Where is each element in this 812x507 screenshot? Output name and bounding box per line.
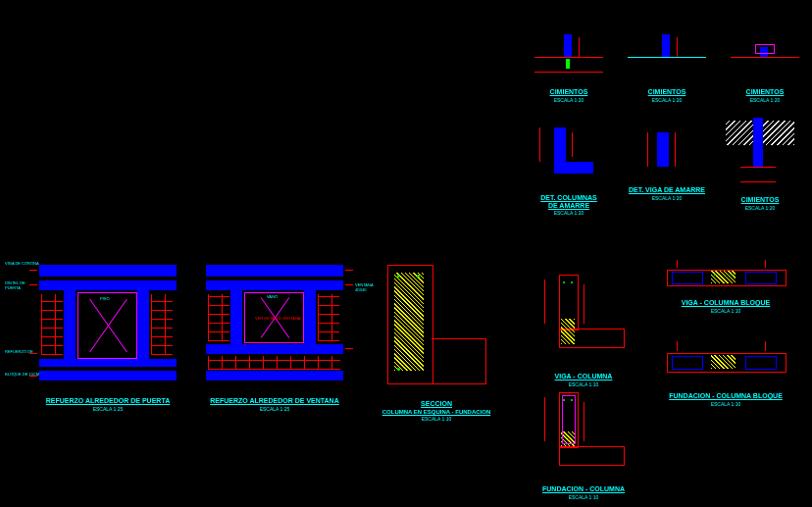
scale: ESCALA 1:20 [530, 97, 608, 103]
refuerzo2: BLOQUE DE 15CM [5, 372, 39, 377]
ver-detalle: VER DETALLE VENTANA [255, 316, 301, 321]
det-viga: DET. VIGA DE AMARRE ESCALA 1:20 [628, 123, 706, 201]
refuerzo-puerta: PISO VIGA DE CORONA DINTEL DE PUERTA REF… [29, 255, 186, 412]
scale: ESCALA 1:20 [525, 210, 613, 216]
title: CIMIENTOS [530, 88, 608, 95]
scale: ESCALA 1:20 [716, 205, 804, 211]
cimientos-4: CIMIENTOS ESCALA 1:20 [716, 113, 804, 211]
seccion: SECCION COLUMNA EN ESQUINA - FUNDACION E… [373, 255, 500, 422]
title: VIGA - COLUMNA [530, 373, 637, 380]
viga-corona: VIGA DE CORONA [5, 261, 39, 266]
vano-label: VANO [267, 294, 278, 299]
scale: ESCALA 1:25 [29, 406, 186, 412]
title: VIGA - COLUMNA BLOQUE [657, 299, 794, 306]
title: CIMIENTOS [628, 88, 706, 95]
title: SECCION [373, 400, 500, 407]
scale: ESCALA 1:20 [726, 97, 804, 103]
scale: ESCALA 1:10 [657, 308, 794, 314]
title: FUNDACION - COLUMNA BLOQUE [657, 392, 794, 399]
scale: ESCALA 1:20 [628, 97, 706, 103]
title: DET. COLUMNAS [525, 194, 613, 201]
subtitle: COLUMNA EN ESQUINA - FUNDACION [373, 409, 500, 415]
subtitle: DE AMARRE [525, 202, 613, 209]
scale: ESCALA 1:20 [628, 195, 706, 201]
viga-columna-bloque: VIGA - COLUMNA BLOQUE ESCALA 1:10 [657, 255, 794, 314]
scale: ESCALA 1:25 [196, 406, 353, 412]
refuerzo-ventana: VANO VER DETALLE VENTANA VENTANA 40X40 R… [196, 255, 353, 412]
piso-label: PISO [100, 296, 110, 301]
title: CIMIENTOS [716, 196, 804, 203]
viga-columna: VIGA - COLUMNA ESCALA 1:10 [530, 270, 637, 387]
dintel2: PUERTA [5, 285, 21, 290]
title: REFUERZO ALREDEDOR DE PUERTA [29, 397, 186, 404]
fundacion-columna: FUNDACION - COLUMNA ESCALA 1:10 [530, 387, 637, 500]
title: FUNDACION - COLUMNA [530, 485, 637, 492]
cimientos-1: CIMIENTOS ESCALA 1:20 [530, 29, 608, 103]
title: REFUERZO ALREDEDOR DE VENTANA [196, 397, 353, 404]
ventana-label: VENTANA 40X40 [355, 282, 373, 292]
cimientos-2: CIMIENTOS ESCALA 1:20 [628, 29, 706, 103]
scale: ESCALA 1:10 [657, 401, 794, 407]
cimientos-3: CIMIENTOS ESCALA 1:20 [726, 29, 804, 103]
scale: ESCALA 1:10 [373, 416, 500, 422]
det-columnas: DET. COLUMNAS DE AMARRE ESCALA 1:20 [525, 123, 613, 216]
title: DET. VIGA DE AMARRE [628, 186, 706, 193]
refuerzo: REFUERZO DE [5, 349, 33, 354]
title: CIMIENTOS [726, 88, 804, 95]
fundacion-columna-bloque: FUNDACION - COLUMNA BLOQUE ESCALA 1:10 [657, 333, 794, 407]
scale: ESCALA 1:10 [530, 494, 637, 500]
